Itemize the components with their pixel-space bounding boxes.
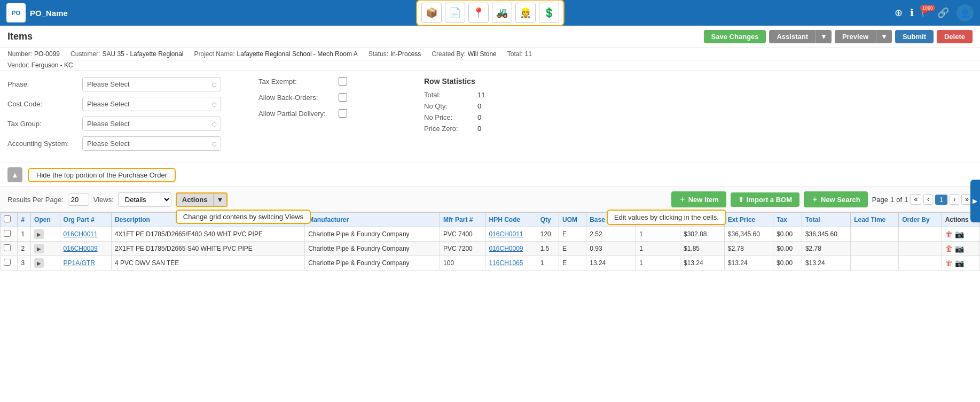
th-total[interactable]: Total [802,213,850,227]
assistant-dropdown[interactable]: ▼ [816,30,832,43]
td-description[interactable]: 2X1FT PE D1785/D2665 S40 WHITE PVC PIPE [111,242,304,256]
select-all-checkbox[interactable] [4,215,11,222]
td-description[interactable]: 4 PVC DWV SAN TEE [111,256,304,270]
location-menu-icon[interactable]: 📍 [468,3,489,23]
open-button[interactable]: ▶ [34,229,44,239]
right-sidebar-handle[interactable]: ▶ [970,180,980,222]
box-menu-icon[interactable]: 📦 [421,3,442,23]
delete-row-button[interactable]: 🗑 [945,244,953,253]
th-num[interactable]: # [18,213,31,227]
td-mfr-part[interactable]: PVC 7400 [440,227,485,242]
td-qty[interactable]: 1.5 [537,242,559,256]
td-order-by[interactable] [899,227,942,242]
delete-button[interactable]: Delete [937,30,973,43]
td-check[interactable] [1,242,18,256]
tax-group-select[interactable]: Please Select [82,117,221,131]
td-ext-price[interactable]: $36,345.60 [724,227,773,242]
phase-select[interactable]: Please Select [82,77,221,91]
td-base-price[interactable]: 2.52 [586,227,636,242]
add-icon[interactable]: ⊕ [895,7,903,19]
delete-row-button[interactable]: 🗑 [945,230,953,238]
td-mfr-part[interactable]: 100 [440,256,485,270]
td-org-part[interactable]: 016CH0009 [60,242,111,256]
td-qty[interactable]: 1 [537,256,559,270]
td-open[interactable]: ▶ [31,227,60,242]
td-check[interactable] [1,256,18,270]
td-tax[interactable]: $0.00 [773,227,802,242]
th-uom[interactable]: UOM [559,213,586,227]
delete-row-button[interactable]: 🗑 [945,259,953,267]
document-menu-icon[interactable]: 📄 [445,3,465,23]
th-org-part[interactable]: Org Part # [60,213,111,227]
td-unit-cost[interactable]: $302.88 [680,227,725,242]
page-size-input[interactable] [68,194,89,206]
photo-row-button[interactable]: 📷 [955,244,964,253]
actions-dropdown-button[interactable]: ▼ [213,194,227,206]
td-uom[interactable]: E [559,242,586,256]
page-number-button[interactable]: 1 [935,195,947,205]
th-open[interactable]: Open [31,213,60,227]
actions-main-button[interactable]: Actions [177,194,213,206]
td-multiplier[interactable]: 1 [636,227,680,242]
forklift-menu-icon[interactable]: 🚜 [492,3,512,23]
th-qty[interactable]: Qty [537,213,559,227]
td-uom[interactable]: E [559,227,586,242]
new-search-button[interactable]: ＋ New Search [804,191,868,207]
views-select[interactable]: Details [118,192,171,207]
user-avatar[interactable]: 👤 [957,4,974,21]
row-checkbox[interactable] [4,230,11,237]
assistant-button[interactable]: Assistant [769,30,816,43]
td-order-by[interactable] [899,256,942,270]
td-lead-time[interactable] [851,256,899,270]
accounting-select[interactable]: Please Select [82,136,221,151]
td-open[interactable]: ▶ [31,256,60,270]
allow-partial-checkbox[interactable] [339,109,347,118]
info-icon[interactable]: ℹ [910,7,914,19]
td-multiplier[interactable]: 1 [636,242,680,256]
th-tax[interactable]: Tax [773,213,802,227]
cost-code-select[interactable]: Please Select [82,97,221,111]
photo-row-button[interactable]: 📷 [955,259,964,267]
allow-backorders-checkbox[interactable] [339,93,347,102]
th-hph-code[interactable]: HPH Code [485,213,537,227]
tax-exempt-checkbox[interactable] [339,77,347,86]
td-unit-cost[interactable]: $13.24 [680,256,725,270]
td-lead-time[interactable] [851,227,899,242]
photo-row-button[interactable]: 📷 [955,230,964,238]
td-qty[interactable]: 120 [537,227,559,242]
link-icon[interactable]: 🔗 [937,7,949,19]
td-org-part[interactable]: PP1A/GTR [60,256,111,270]
td-ext-price[interactable]: $2.78 [724,242,773,256]
td-unit-cost[interactable]: $1.85 [680,242,725,256]
td-open[interactable]: ▶ [31,242,60,256]
row-checkbox[interactable] [4,259,11,266]
td-tax[interactable]: $0.00 [773,242,802,256]
import-bom-button[interactable]: ⬆ Import a BOM [731,192,799,207]
td-base-price[interactable]: 13.24 [586,256,636,270]
td-order-by[interactable] [899,242,942,256]
page-next-button[interactable]: › [950,194,959,205]
open-button[interactable]: ▶ [34,258,44,268]
save-changes-button[interactable]: Save Changes [704,30,766,43]
td-base-price[interactable]: 0.93 [586,242,636,256]
th-mfr-part[interactable]: Mfr Part # [440,213,485,227]
dollar-menu-icon[interactable]: 💲 [539,3,559,23]
preview-button[interactable]: Preview [835,30,876,43]
td-mfr-part[interactable]: PVC 7200 [440,242,485,256]
th-manufacturer[interactable]: Manufacturer [305,213,440,227]
th-lead-time[interactable]: Lead Time [851,213,899,227]
td-description[interactable]: 4X1FT PE D1785/D2665/F480 S40 WHT PVC PI… [111,227,304,242]
worker-menu-icon[interactable]: 👷 [515,3,536,23]
th-ext-price[interactable]: Ext Price [724,213,773,227]
page-first-button[interactable]: « [910,194,921,205]
td-lead-time[interactable] [851,242,899,256]
page-prev-button[interactable]: ‹ [923,194,933,205]
th-check[interactable] [1,213,18,227]
notification-badge[interactable]: 🚩 1090 [921,9,930,17]
td-ext-price[interactable]: $13.24 [724,256,773,270]
td-hph-code[interactable]: 016CH0009 [485,242,537,256]
open-button[interactable]: ▶ [34,244,44,253]
td-hph-code[interactable]: 116CH1065 [485,256,537,270]
preview-dropdown[interactable]: ▼ [876,30,892,43]
td-tax[interactable]: $0.00 [773,256,802,270]
